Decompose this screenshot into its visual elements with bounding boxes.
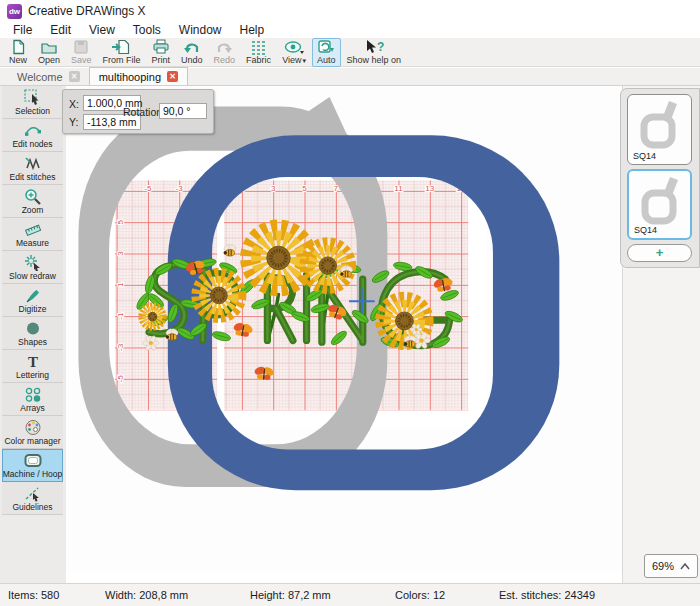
svg-text:?: ?: [377, 40, 384, 54]
auto-refresh-icon: [317, 39, 335, 55]
window-title: Creative DRAWings X: [28, 4, 146, 18]
sidebar-item-measure[interactable]: Measure: [2, 218, 63, 251]
undo-arrow-icon: [183, 39, 201, 55]
zoom-value: 69%: [652, 560, 674, 572]
tab-welcome[interactable]: Welcome ✕: [8, 68, 89, 85]
fabric-weave-icon: [250, 39, 268, 55]
pen-icon: [24, 287, 42, 304]
redo-arrow-icon: [215, 39, 233, 55]
menu-tools[interactable]: Tools: [124, 22, 170, 38]
sunflower: [199, 275, 239, 315]
show-help-button[interactable]: ? Show help on: [342, 38, 407, 67]
hoop-thumbnail-icon: [639, 175, 683, 227]
slow-redraw-icon: [24, 254, 42, 271]
hoop-card-1[interactable]: SQ14: [627, 94, 692, 165]
letter-t-icon: T: [24, 353, 42, 370]
add-hoop-button[interactable]: +: [627, 244, 692, 262]
sidebar-item-shapes[interactable]: Shapes: [2, 317, 63, 350]
multihooping-canvas: -7-5-31357111315531-1-3-5-7: [66, 86, 622, 572]
edit-stitches-icon: [24, 155, 42, 172]
sidebar-item-lettering[interactable]: T Lettering: [2, 350, 63, 383]
y-label: Y:: [69, 116, 78, 128]
eye-icon: [284, 39, 304, 55]
transform-panel: X: 1.000,0 mm Y: -113,8 mm Rotation 90,0…: [62, 89, 214, 134]
sidebar-item-color-manager[interactable]: Color manager: [2, 416, 63, 449]
redo-button: Redo: [209, 38, 241, 67]
from-file-button[interactable]: From File: [98, 38, 146, 67]
sidebar-item-slow-redraw[interactable]: Slow redraw: [2, 251, 63, 284]
title-bar: dw Creative DRAWings X: [0, 0, 700, 22]
toolbar: New Open Save From File Print Undo Redo …: [0, 38, 700, 67]
magnifier-icon: [24, 188, 42, 205]
document-tabs: Welcome ✕ multihooping ✕: [0, 68, 700, 86]
open-folder-icon: [40, 39, 58, 55]
auto-button[interactable]: Auto: [312, 38, 341, 67]
rotation-label: Rotation: [123, 106, 162, 118]
help-cursor-icon: ?: [363, 39, 385, 55]
hoop-icon: [23, 452, 43, 469]
tab-multihooping[interactable]: multihooping ✕: [89, 67, 188, 85]
guidelines-icon: [24, 485, 42, 502]
new-document-icon: [9, 39, 27, 55]
tool-sidebar: Selection Edit nodes Edit stitches Zoom …: [0, 86, 66, 583]
palette-icon: [24, 419, 42, 436]
open-button[interactable]: Open: [33, 38, 65, 67]
ruler-icon: [24, 221, 42, 238]
menu-edit[interactable]: Edit: [41, 22, 80, 38]
status-est-stitches: Est. stitches: 24349: [499, 589, 700, 601]
sidebar-item-digitize[interactable]: Digitize: [2, 284, 63, 317]
menu-window[interactable]: Window: [170, 22, 231, 38]
menu-bar: File Edit View Tools Window Help: [0, 22, 700, 38]
chevron-up-icon: [680, 563, 690, 570]
chevron-down-icon: ▾: [302, 57, 306, 64]
save-icon: [72, 39, 90, 55]
close-tab-icon[interactable]: ✕: [69, 71, 80, 82]
sidebar-item-selection[interactable]: Selection: [2, 86, 63, 119]
sidebar-item-edit-nodes[interactable]: Edit nodes: [2, 119, 63, 152]
edit-nodes-icon: [24, 122, 42, 139]
app-icon: dw: [7, 4, 22, 19]
new-button[interactable]: New: [4, 38, 32, 67]
rotation-input[interactable]: 90,0 °: [159, 103, 207, 119]
status-bar: Items: 580 Width: 208,8 mm Height: 87,2 …: [0, 583, 700, 606]
arrays-icon: [24, 386, 42, 403]
sunflower: [307, 245, 349, 287]
status-width: Width: 208,8 mm: [105, 589, 250, 601]
import-file-icon: [111, 39, 133, 55]
design-canvas[interactable]: -7-5-31357111315531-1-3-5-7: [66, 86, 622, 572]
fabric-button[interactable]: Fabric: [241, 38, 276, 67]
print-button[interactable]: Print: [147, 38, 176, 67]
status-colors: Colors: 12: [395, 589, 499, 601]
status-items-count: Items: 580: [8, 589, 105, 601]
menu-file[interactable]: File: [4, 22, 41, 38]
menu-help[interactable]: Help: [231, 22, 274, 38]
view-button[interactable]: View▾: [277, 38, 311, 67]
printer-icon: [152, 39, 170, 55]
hoops-panel: SQ14 SQ14 +: [620, 88, 700, 268]
sidebar-item-guidelines[interactable]: Guidelines: [2, 482, 63, 515]
x-label: X:: [69, 98, 79, 110]
status-height: Height: 87,2 mm: [250, 589, 395, 601]
save-button: Save: [66, 38, 97, 67]
close-tab-icon[interactable]: ✕: [167, 71, 178, 82]
svg-text:T: T: [27, 353, 37, 369]
hoop-card-2[interactable]: SQ14: [627, 169, 692, 240]
sidebar-item-edit-stitches[interactable]: Edit stitches: [2, 152, 63, 185]
zoom-control[interactable]: 69%: [644, 554, 698, 578]
sunflower: [142, 306, 163, 327]
sunflower: [250, 230, 306, 286]
circle-shape-icon: [24, 320, 42, 337]
sidebar-item-zoom[interactable]: Zoom: [2, 185, 63, 218]
undo-button[interactable]: Undo: [176, 38, 208, 67]
sidebar-item-machine-hoop[interactable]: Machine / Hoop: [2, 449, 63, 482]
selection-icon: [24, 89, 42, 106]
menu-view[interactable]: View: [80, 22, 124, 38]
hoop-thumbnail-icon: [638, 99, 682, 151]
sidebar-item-arrays[interactable]: Arrays: [2, 383, 63, 416]
